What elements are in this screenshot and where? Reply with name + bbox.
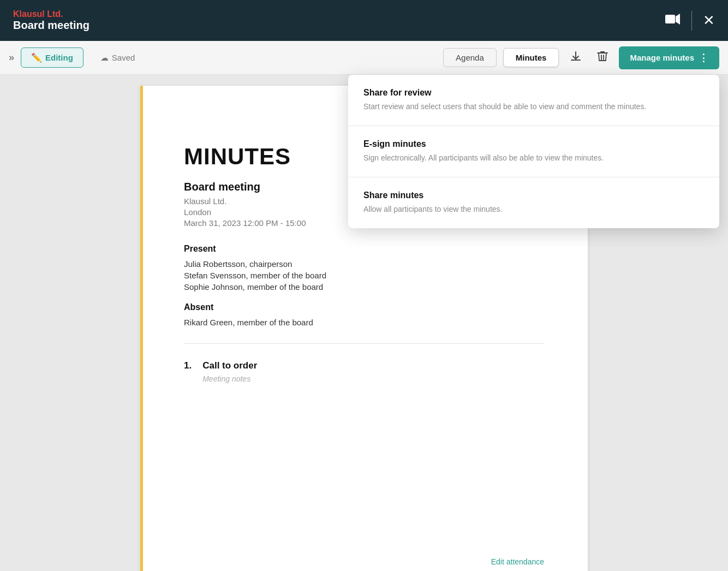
present-person-2: Stefan Svensson, member of the board (184, 271, 544, 280)
share-minutes-title: Share minutes (363, 191, 704, 200)
download-button[interactable] (565, 48, 586, 67)
top-bar-right: ✕ (665, 11, 715, 31)
present-person-3: Sophie Johnson, member of the board (184, 282, 544, 292)
absent-section-title: Absent (184, 302, 544, 312)
esign-title: E-sign minutes (363, 139, 704, 149)
agenda-tab[interactable]: Agenda (443, 48, 497, 67)
present-section-title: Present (184, 244, 544, 254)
agenda-item-1: 1. Call to order Meeting notes (184, 360, 544, 383)
svg-rect-0 (665, 15, 675, 23)
share-review-title: Share for review (363, 88, 704, 98)
manage-minutes-button[interactable]: Manage minutes ⋮ (619, 46, 719, 69)
top-bar: Klausul Ltd. Board meeting ✕ (0, 0, 728, 41)
agenda-number-1: 1. (184, 360, 192, 371)
manage-label: Manage minutes (630, 53, 694, 62)
saved-label: Saved (112, 53, 135, 62)
meeting-title: Board meeting (13, 19, 89, 32)
top-bar-left: Klausul Ltd. Board meeting (13, 9, 89, 32)
yellow-bar (140, 86, 143, 571)
trash-button[interactable] (593, 48, 612, 67)
edit-icon: ✏️ (31, 52, 42, 63)
share-review-desc: Start review and select users that shoul… (363, 101, 704, 112)
minutes-tab[interactable]: Minutes (503, 48, 559, 67)
section-divider (184, 343, 544, 344)
video-button[interactable] (665, 14, 681, 28)
editing-label: Editing (45, 53, 73, 62)
esign-desc: Sign electronically. All participants wi… (363, 152, 704, 164)
saved-tab[interactable]: ☁ Saved (90, 48, 146, 68)
svg-marker-1 (676, 14, 680, 25)
present-person-1: Julia Robertsson, chairperson (184, 259, 544, 269)
manage-dots-icon: ⋮ (699, 52, 708, 64)
edit-attendance-link[interactable]: Edit attendance (491, 557, 544, 566)
close-button[interactable]: ✕ (703, 12, 715, 29)
share-for-review-item[interactable]: Share for review Start review and select… (348, 75, 719, 126)
top-bar-divider (691, 11, 692, 31)
agenda-item-1-notes: Meeting notes (202, 374, 257, 383)
expand-button[interactable]: » (9, 52, 14, 63)
cloud-icon: ☁ (100, 53, 109, 63)
esign-minutes-item[interactable]: E-sign minutes Sign electronically. All … (348, 126, 719, 177)
share-minutes-desc: Allow all participants to view the minut… (363, 204, 704, 215)
company-name: Klausul Ltd. (13, 9, 89, 19)
manage-minutes-dropdown: Share for review Start review and select… (348, 75, 719, 228)
agenda-item-1-title: Call to order (202, 360, 257, 371)
absent-person-1: Rikard Green, member of the board (184, 318, 544, 327)
editing-tab[interactable]: ✏️ Editing (21, 47, 83, 68)
toolbar: » ✏️ Editing ☁ Saved Agenda Minutes Mana… (0, 41, 728, 75)
share-minutes-item[interactable]: Share minutes Allow all participants to … (348, 177, 719, 228)
